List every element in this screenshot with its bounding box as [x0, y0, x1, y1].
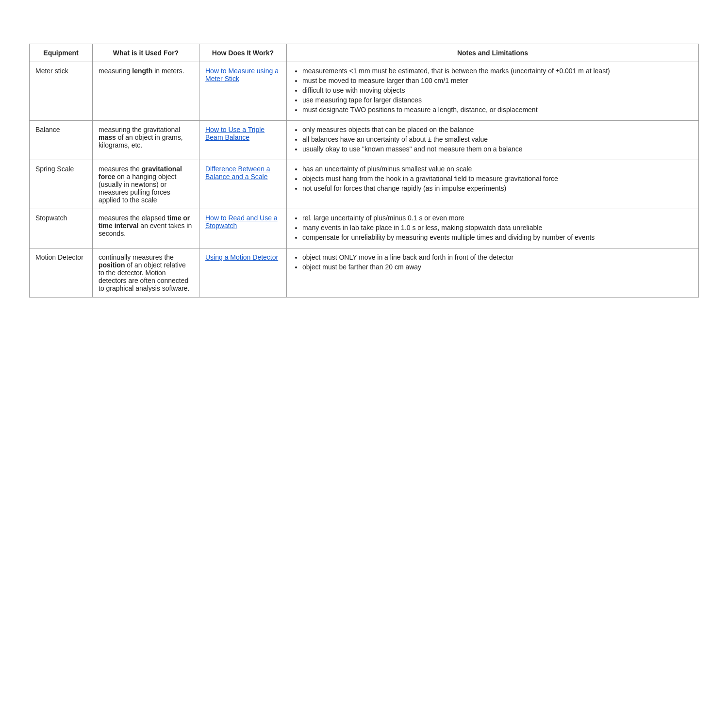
- col-header-notes: Notes and Limitations: [287, 44, 699, 62]
- note-item: rel. large uncertainty of plus/minus 0.1…: [302, 214, 693, 222]
- used-for-description: continually measures the position of an …: [93, 248, 199, 298]
- notes-cell: object must ONLY move in a line back and…: [287, 248, 699, 298]
- equipment-name: Spring Scale: [30, 160, 93, 209]
- notes-cell: has an uncertainty of plus/minus smalles…: [287, 160, 699, 209]
- equipment-name: Balance: [30, 121, 93, 160]
- used-for-description: measuring length in meters.: [93, 62, 199, 121]
- note-item: objects must hang from the hook in a gra…: [302, 175, 693, 182]
- note-item: difficult to use with moving objects: [302, 86, 693, 94]
- note-item: many events in lab take place in 1.0 s o…: [302, 224, 693, 232]
- note-item: has an uncertainty of plus/minus smalles…: [302, 165, 693, 173]
- table-row: Balancemeasuring the gravitational mass …: [30, 121, 699, 160]
- how-works-link[interactable]: How to Use a Triple Beam Balance: [205, 126, 265, 141]
- how-works-link-cell[interactable]: How to Read and Use a Stopwatch: [199, 209, 287, 248]
- note-item: not useful for forces that change rapidl…: [302, 184, 693, 192]
- table-row: Motion Detectorcontinually measures the …: [30, 248, 699, 298]
- table-row: Stopwatchmeasures the elapsed time or ti…: [30, 209, 699, 248]
- col-header-how-works: How Does It Work?: [199, 44, 287, 62]
- note-item: measurements <1 mm must be estimated, th…: [302, 67, 693, 75]
- how-works-link-cell[interactable]: Difference Between a Balance and a Scale: [199, 160, 287, 209]
- equipment-name: Meter stick: [30, 62, 93, 121]
- col-header-equipment: Equipment: [30, 44, 93, 62]
- note-item: only measures objects that can be placed…: [302, 126, 693, 133]
- how-works-link-cell[interactable]: How to Measure using a Meter Stick: [199, 62, 287, 121]
- note-item: object must ONLY move in a line back and…: [302, 253, 693, 261]
- how-works-link-cell[interactable]: How to Use a Triple Beam Balance: [199, 121, 287, 160]
- notes-cell: only measures objects that can be placed…: [287, 121, 699, 160]
- notes-cell: rel. large uncertainty of plus/minus 0.1…: [287, 209, 699, 248]
- note-item: use measuring tape for larger distances: [302, 96, 693, 104]
- how-works-link[interactable]: Using a Motion Detector: [205, 253, 278, 261]
- note-item: object must be farther than 20 cm away: [302, 263, 693, 271]
- used-for-description: measures the gravitational force on a ha…: [93, 160, 199, 209]
- used-for-description: measures the elapsed time or time interv…: [93, 209, 199, 248]
- how-works-link[interactable]: How to Read and Use a Stopwatch: [205, 214, 278, 230]
- equipment-name: Stopwatch: [30, 209, 93, 248]
- equipment-name: Motion Detector: [30, 248, 93, 298]
- notes-cell: measurements <1 mm must be estimated, th…: [287, 62, 699, 121]
- how-works-link[interactable]: Difference Between a Balance and a Scale: [205, 165, 270, 181]
- how-works-link[interactable]: How to Measure using a Meter Stick: [205, 67, 279, 83]
- used-for-description: measuring the gravitational mass of an o…: [93, 121, 199, 160]
- note-item: compensate for unreliability by measurin…: [302, 233, 693, 241]
- equipment-table: Equipment What is it Used For? How Does …: [29, 44, 699, 298]
- col-header-used-for: What is it Used For?: [93, 44, 199, 62]
- table-row: Spring Scalemeasures the gravitational f…: [30, 160, 699, 209]
- note-item: must designate TWO positions to measure …: [302, 106, 693, 114]
- note-item: usually okay to use "known masses" and n…: [302, 145, 693, 153]
- note-item: all balances have an uncertainty of abou…: [302, 135, 693, 143]
- how-works-link-cell[interactable]: Using a Motion Detector: [199, 248, 287, 298]
- table-row: Meter stickmeasuring length in meters.Ho…: [30, 62, 699, 121]
- note-item: must be moved to measure larger than 100…: [302, 77, 693, 84]
